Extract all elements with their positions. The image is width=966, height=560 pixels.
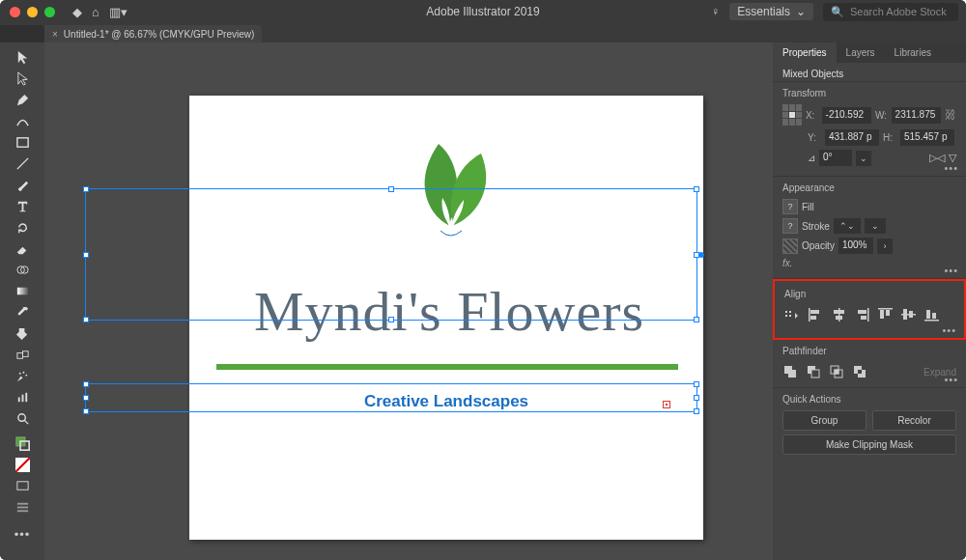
arrange-docs-icon[interactable]: ▥▾ [109, 5, 128, 19]
rotate-tool[interactable] [11, 216, 34, 238]
stroke-profile[interactable]: ⌄ [865, 218, 886, 234]
align-to-dropdown[interactable] [784, 307, 801, 322]
group-button[interactable]: Group [782, 410, 867, 431]
h-label: H: [883, 132, 896, 143]
center-point-indicator [663, 401, 670, 408]
align-left-icon[interactable] [808, 307, 824, 322]
tab-libraries[interactable]: Libraries [885, 42, 941, 63]
fill-stroke-indicator[interactable] [11, 433, 34, 454]
pen-tool[interactable] [11, 89, 34, 110]
svg-point-13 [17, 413, 25, 421]
pathfinder-more[interactable]: ••• [944, 374, 958, 385]
gradient-tool[interactable] [11, 280, 34, 301]
stroke-weight[interactable]: ⌃⌄ [834, 218, 861, 234]
svg-rect-21 [16, 506, 27, 508]
svg-rect-28 [810, 310, 819, 314]
clipping-mask-button[interactable]: Make Clipping Mask [782, 434, 956, 455]
zoom-tool[interactable] [11, 407, 34, 429]
selection-box-group [85, 188, 697, 321]
curvature-tool[interactable] [11, 110, 34, 131]
pathfinder-unite-icon[interactable] [782, 364, 799, 379]
fx-label[interactable]: fx. [782, 258, 793, 268]
document-tab[interactable]: × Untitled-1* @ 66.67% (CMYK/GPU Preview… [44, 25, 262, 42]
workspace-dropdown[interactable]: Essentials ⌄ [729, 3, 813, 20]
color-none-icon[interactable] [11, 454, 34, 475]
close-window[interactable] [10, 7, 20, 17]
align-vcenter-icon[interactable] [900, 307, 917, 322]
reference-point[interactable] [782, 104, 802, 126]
svg-rect-6 [22, 350, 28, 356]
tab-properties[interactable]: Properties [773, 42, 837, 63]
align-hcenter-icon[interactable] [831, 307, 847, 322]
svg-rect-44 [932, 313, 936, 319]
w-label: W: [875, 110, 888, 121]
recolor-button[interactable]: Recolor [872, 410, 956, 431]
svg-rect-36 [878, 308, 893, 310]
workspace-label: Essentials [737, 5, 790, 18]
panel-tabs: Properties Layers Libraries [773, 42, 966, 63]
hint-icon[interactable]: ♀ [711, 5, 720, 18]
y-field[interactable]: 431.887 p [825, 129, 879, 146]
line-tool[interactable] [11, 153, 34, 174]
selection-tool[interactable] [11, 46, 34, 68]
svg-rect-10 [17, 397, 19, 402]
w-field[interactable]: 2311.875 [892, 107, 941, 124]
edit-toolbar-icon[interactable] [11, 496, 34, 518]
screen-mode-icon[interactable] [11, 475, 34, 496]
logo-divider [216, 364, 678, 370]
rotate-field[interactable]: 0° [819, 150, 852, 166]
chevron-down-icon: ⌄ [796, 5, 806, 18]
blend-tool[interactable] [11, 344, 34, 365]
svg-rect-32 [836, 316, 842, 320]
opacity-label: Opacity [802, 240, 835, 251]
pathfinder-intersect-icon[interactable] [829, 364, 845, 379]
collapsed-tab[interactable] [0, 25, 44, 42]
align-more[interactable]: ••• [942, 324, 956, 336]
stock-search[interactable]: 🔍 Search Adobe Stock [823, 3, 958, 21]
minimize-window[interactable] [27, 7, 38, 17]
tab-layers[interactable]: Layers [837, 42, 885, 63]
pathfinder-exclude-icon[interactable] [852, 364, 868, 379]
direct-select-tool[interactable] [11, 68, 34, 89]
svg-rect-25 [785, 315, 787, 317]
stroke-swatch[interactable]: ? [782, 218, 798, 234]
graph-tool[interactable] [11, 386, 34, 407]
align-right-icon[interactable] [854, 307, 870, 322]
y-label: Y: [808, 132, 821, 143]
transform-more[interactable]: ••• [944, 162, 958, 174]
stroke-label: Stroke [802, 221, 830, 232]
rotate-dropdown[interactable]: ⌄ [856, 151, 871, 166]
toolbar-more[interactable]: ••• [11, 523, 34, 545]
appearance-more[interactable]: ••• [944, 265, 958, 276]
canvas[interactable]: Myndi's Flowers Creative Landscapes [44, 42, 773, 560]
eraser-tool[interactable] [11, 238, 34, 259]
rectangle-tool[interactable] [11, 131, 34, 153]
document-tabbar: × Untitled-1* @ 66.67% (CMYK/GPU Preview… [0, 23, 966, 42]
constrain-proportions-icon[interactable]: ⛓̸ [945, 108, 956, 122]
svg-rect-26 [789, 315, 791, 317]
flip-horizontal-icon[interactable]: ▷◁ [929, 152, 945, 164]
opacity-more[interactable]: › [877, 238, 893, 254]
symbol-sprayer-tool[interactable] [11, 365, 34, 386]
pathfinder-minus-icon[interactable] [806, 364, 822, 379]
home-icon[interactable]: ⌂ [92, 5, 99, 19]
live-paint-tool[interactable] [11, 322, 34, 344]
h-field[interactable]: 515.457 p [900, 129, 954, 146]
svg-rect-31 [834, 310, 844, 314]
shape-builder-tool[interactable] [11, 259, 34, 280]
fill-swatch[interactable]: ? [782, 199, 798, 214]
opacity-field[interactable]: 100% [838, 238, 873, 254]
svg-rect-37 [880, 310, 884, 319]
brush-tool[interactable] [11, 174, 34, 195]
eyedropper-tool[interactable] [11, 301, 34, 322]
opacity-swatch[interactable] [782, 238, 798, 254]
x-field[interactable]: -210.592 [822, 107, 871, 124]
align-top-icon[interactable] [877, 307, 894, 322]
svg-rect-5 [16, 352, 22, 358]
quick-actions-header: Quick Actions [782, 394, 956, 405]
align-section: Align ••• [773, 279, 966, 340]
type-tool[interactable] [11, 195, 34, 216]
close-tab-icon[interactable]: × [52, 29, 58, 40]
zoom-window[interactable] [44, 7, 55, 17]
align-bottom-icon[interactable] [923, 307, 940, 322]
